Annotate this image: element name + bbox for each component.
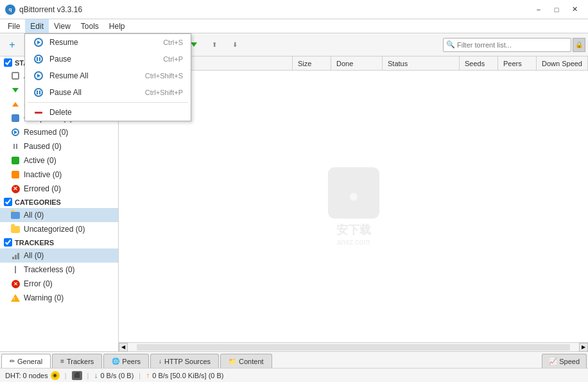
tab-content-label: Content [239,358,264,365]
toolbar-bottom-button[interactable]: ⬇ [225,36,245,54]
pause-all-icon [33,87,44,98]
tab-trackers-label: Trackers [67,358,94,365]
sidebar-item-resumed[interactable]: Resumed (0) [0,125,118,139]
toolbar-top-button[interactable]: ⬆ [205,36,224,54]
watermark-url: anxz.com [328,237,379,246]
menu-item-pause-all[interactable]: Pause All Ctrl+Shift+P [25,84,191,101]
sidebar-item-uncategorized-label: Uncategorized (0) [24,225,85,234]
speed-icon: 📈 [549,358,557,365]
status-sep-1: | [65,372,67,379]
all-icon [10,71,21,81]
pause-shortcut: Ctrl+P [163,55,183,63]
lock-icon[interactable]: 🔒 [573,38,585,52]
watermark-text: 安下载 [328,221,379,237]
sidebar-item-paused[interactable]: Paused (0) [0,139,118,153]
svg-rect-0 [341,186,367,207]
active-icon [10,155,21,166]
tab-peers[interactable]: 🌐 Peers [103,354,149,368]
menu-view[interactable]: View [49,19,76,33]
col-seeds-header[interactable]: Seeds [460,56,498,70]
menu-item-resume[interactable]: Resume Ctrl+S [25,34,191,51]
sidebar-item-all-categories-label: All (0) [24,211,44,220]
watermark-bag [328,167,379,218]
close-button[interactable]: ✕ [566,3,583,16]
watermark-svg [338,177,370,209]
pause-icon [33,53,44,65]
col-done-header[interactable]: Done [331,56,383,70]
sidebar-item-uncategorized[interactable]: Uncategorized (0) [0,222,118,236]
trackers-section-checkbox[interactable] [4,238,12,247]
speed-label: Speed [559,358,580,365]
add-torrent-button[interactable]: + [3,36,22,54]
tab-general[interactable]: ✏ General [1,354,51,368]
paused-icon [10,141,21,152]
sidebar-item-warning-tracker[interactable]: Warning (0) [0,291,118,305]
up-label: 0 B/s [50.0 KiB/s] (0 B) [152,372,223,379]
delete-label: Delete [49,108,183,117]
resume-shortcut: Ctrl+S [163,39,183,46]
h-scrollbar: ◀ ▶ [119,342,588,351]
tab-http-sources[interactable]: ↓ HTTP Sources [150,354,219,368]
edit-dropdown: Resume Ctrl+S Pause Ctrl+P Resume All Ct… [24,33,191,121]
all-categories-icon [10,210,21,220]
h-scroll-track[interactable] [137,344,570,351]
toolbar-top-icon: ⬆ [212,41,217,48]
menu-item-resume-all[interactable]: Resume All Ctrl+Shift+S [25,67,191,84]
col-size-header[interactable]: Size [293,56,331,70]
bottom-tabs: ✏ General ≡ Trackers 🌐 Peers ↓ HTTP Sour… [0,351,588,368]
down-arrow-icon: ↓ [94,371,98,380]
sidebar-item-all-trackers-label: All (0) [24,251,44,260]
search-input[interactable] [457,41,568,49]
all-trackers-icon [10,250,21,261]
sidebar-item-inactive[interactable]: Inactive (0) [0,168,118,182]
h-scroll-left[interactable]: ◀ [119,343,128,352]
minimize-button[interactable]: − [530,3,547,16]
col-downspeed-header[interactable]: Down Speed [537,56,588,70]
menu-item-delete[interactable]: Delete [25,104,191,121]
down-label: 0 B/s (0 B) [100,372,134,379]
maximize-button[interactable]: □ [548,3,565,16]
menu-item-pause[interactable]: Pause Ctrl+P [25,51,191,67]
menu-separator [28,102,188,103]
app-icon: q [5,4,15,15]
sidebar-item-errored[interactable]: ✕ Errored (0) [0,182,118,196]
menu-help[interactable]: Help [104,19,130,33]
trackers-section-label: TRACKERS [15,239,54,247]
tab-general-icon: ✏ [10,358,15,365]
sidebar-item-trackerless-label: Trackerless (0) [24,265,75,274]
tab-general-label: General [17,358,42,365]
dht-icon: ◉ [51,371,60,380]
sidebar-item-warning-tracker-label: Warning (0) [24,293,64,302]
pause-all-shortcut: Ctrl+Shift+P [145,89,183,96]
sidebar-item-all-categories[interactable]: All (0) [0,208,118,222]
trackerless-icon [10,265,21,275]
categories-section-label: CATEGORIES [15,198,61,206]
col-peers-header[interactable]: Peers [498,56,537,70]
downloading-icon [10,85,21,95]
sidebar-item-all-trackers[interactable]: All (0) [0,248,118,263]
categories-section-checkbox[interactable] [4,198,12,206]
status-sep-3: | [139,372,141,379]
sidebar-item-trackerless[interactable]: Trackerless (0) [0,263,118,277]
speed-tab[interactable]: 📈 Speed [542,354,587,368]
sidebar-item-error-tracker[interactable]: ✕ Error (0) [0,277,118,291]
status-sep-2: | [87,372,89,379]
sidebar-item-resumed-label: Resumed (0) [24,128,68,137]
menu-file[interactable]: File [3,19,25,33]
menu-tools[interactable]: Tools [76,19,104,33]
sidebar-item-error-tracker-label: Error (0) [24,279,53,288]
sidebar-item-active[interactable]: Active (0) [0,153,118,168]
h-scroll-right[interactable]: ▶ [579,343,588,352]
title-bar: q qBittorrent v3.3.16 − □ ✕ [0,0,588,19]
inactive-icon [10,169,21,180]
col-status-header[interactable]: Status [383,56,460,70]
resumed-icon [10,127,21,137]
tab-trackers[interactable]: ≡ Trackers [52,354,102,368]
status-section-checkbox[interactable] [4,58,12,67]
net-segment: ⬛ [72,371,82,380]
toolbar-bottom-icon: ⬇ [232,41,238,48]
tab-peers-icon: 🌐 [112,358,119,365]
tab-http-icon: ↓ [159,358,162,365]
tab-content[interactable]: 📁 Content [220,354,272,368]
menu-edit[interactable]: Edit [25,19,49,33]
